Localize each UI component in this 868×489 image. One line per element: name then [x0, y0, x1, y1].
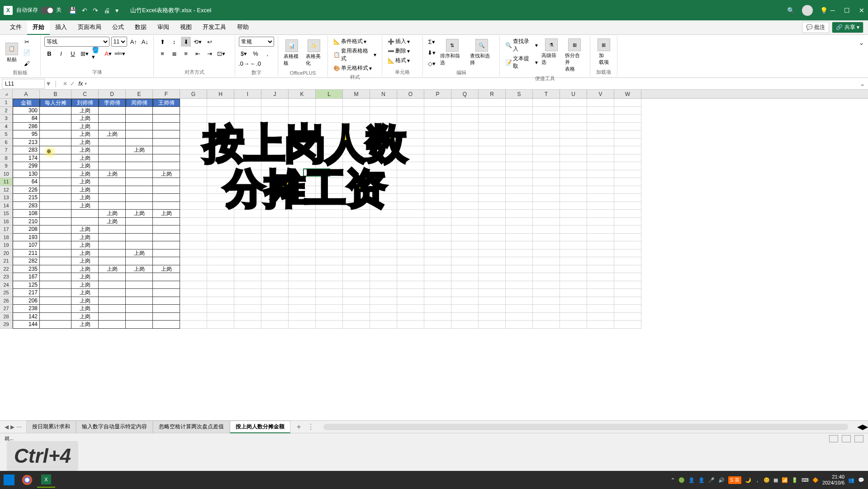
cell[interactable]: [506, 234, 533, 242]
cell[interactable]: [560, 218, 587, 226]
cell[interactable]: [614, 225, 641, 234]
cell[interactable]: [370, 257, 397, 265]
cell[interactable]: [343, 313, 370, 321]
cell[interactable]: [451, 289, 479, 297]
cell[interactable]: [506, 154, 533, 163]
cell[interactable]: [180, 202, 207, 210]
cell[interactable]: [614, 305, 641, 313]
data-entry-button[interactable]: 🔍 查找录入 ▾: [503, 37, 540, 54]
font-size-select[interactable]: 11: [111, 37, 127, 47]
cell[interactable]: [479, 186, 506, 194]
cell[interactable]: [560, 305, 587, 313]
cell[interactable]: [479, 123, 506, 131]
cell[interactable]: [343, 305, 370, 313]
cell[interactable]: [614, 170, 641, 178]
sheet-tab[interactable]: 忽略空格计算两次盘点差值: [153, 421, 230, 433]
tray-wifi-icon[interactable]: 📶: [782, 477, 788, 483]
cell[interactable]: [153, 241, 180, 249]
row-header[interactable]: 18: [0, 234, 13, 242]
cell[interactable]: [479, 194, 506, 202]
cell[interactable]: [289, 249, 316, 258]
cell[interactable]: 64: [13, 178, 40, 186]
cell[interactable]: [180, 130, 207, 139]
cell[interactable]: [99, 202, 126, 210]
cell[interactable]: [40, 146, 71, 154]
cell[interactable]: [587, 146, 614, 154]
delete-cells-button[interactable]: ➖ 删除 ▾: [386, 46, 419, 56]
sheet-tab[interactable]: 按上岗人数分摊金额: [230, 421, 290, 433]
cell[interactable]: [207, 234, 234, 242]
cell[interactable]: [343, 241, 370, 249]
cell[interactable]: [180, 249, 207, 258]
cell[interactable]: [506, 249, 533, 258]
cell[interactable]: [424, 170, 451, 178]
cell[interactable]: [479, 234, 506, 242]
close-button[interactable]: ✕: [859, 7, 864, 14]
cell[interactable]: 上岗: [71, 249, 99, 258]
cell[interactable]: [479, 115, 506, 123]
cell[interactable]: [506, 241, 533, 249]
cell[interactable]: [316, 99, 343, 107]
row-header[interactable]: 27: [0, 305, 13, 313]
cell[interactable]: [451, 234, 479, 242]
cell[interactable]: 108: [13, 210, 40, 218]
cell[interactable]: 金额: [13, 99, 40, 107]
cell[interactable]: [587, 281, 614, 289]
cell[interactable]: [40, 321, 71, 329]
cell[interactable]: [506, 186, 533, 194]
cell[interactable]: [207, 99, 234, 107]
cell[interactable]: [451, 170, 479, 178]
cell[interactable]: [560, 186, 587, 194]
cell[interactable]: [614, 257, 641, 265]
cell[interactable]: [343, 281, 370, 289]
cell[interactable]: [397, 313, 424, 321]
cell[interactable]: 上岗: [71, 154, 99, 163]
cell[interactable]: [614, 202, 641, 210]
cell[interactable]: [587, 305, 614, 313]
tray-volume-icon[interactable]: 🔊: [718, 477, 725, 483]
page-break-view-icon[interactable]: [854, 435, 863, 442]
cell[interactable]: [343, 265, 370, 273]
cell[interactable]: [40, 273, 71, 281]
cell[interactable]: [614, 186, 641, 194]
cell[interactable]: 300: [13, 107, 40, 115]
fx-icon[interactable]: fx: [78, 80, 83, 87]
cell[interactable]: [370, 265, 397, 273]
cell[interactable]: [234, 225, 261, 234]
cell[interactable]: 上岗: [99, 170, 126, 178]
cell[interactable]: [289, 321, 316, 329]
row-header[interactable]: 2: [0, 107, 13, 115]
cell[interactable]: [506, 281, 533, 289]
cell[interactable]: [126, 162, 153, 170]
new-sheet-button[interactable]: +: [297, 423, 301, 431]
cell[interactable]: [153, 123, 180, 131]
column-header[interactable]: B: [40, 90, 71, 98]
chrome-taskbar-icon[interactable]: [18, 472, 36, 488]
cell[interactable]: [424, 194, 451, 202]
cell[interactable]: [397, 289, 424, 297]
cell[interactable]: [234, 273, 261, 281]
cell[interactable]: [397, 234, 424, 242]
cell[interactable]: [261, 225, 289, 234]
insert-cells-button[interactable]: ➕ 插入 ▾: [386, 37, 419, 46]
cell[interactable]: [126, 218, 153, 226]
cell[interactable]: [614, 194, 641, 202]
cell[interactable]: [316, 249, 343, 258]
cell[interactable]: 上岗: [71, 202, 99, 210]
cancel-formula-icon[interactable]: ✕: [63, 81, 67, 87]
spreadsheet-grid[interactable]: ◢ ABCDEFGHIJKLMNOPQRSTUVW 12345678910111…: [0, 90, 868, 420]
cell[interactable]: [587, 234, 614, 242]
column-header[interactable]: E: [126, 90, 153, 98]
cell[interactable]: [99, 225, 126, 234]
cell[interactable]: 84: [13, 115, 40, 123]
column-header[interactable]: C: [71, 90, 99, 98]
cell[interactable]: [99, 194, 126, 202]
cell[interactable]: [479, 313, 506, 321]
cell[interactable]: 215: [13, 194, 40, 202]
cell[interactable]: [40, 234, 71, 242]
cell[interactable]: [479, 146, 506, 154]
align-middle-icon[interactable]: ↕: [169, 37, 179, 47]
cell[interactable]: 上岗: [126, 146, 153, 154]
decrease-decimal-icon[interactable]: ←.0: [251, 58, 261, 68]
cell[interactable]: [316, 265, 343, 273]
